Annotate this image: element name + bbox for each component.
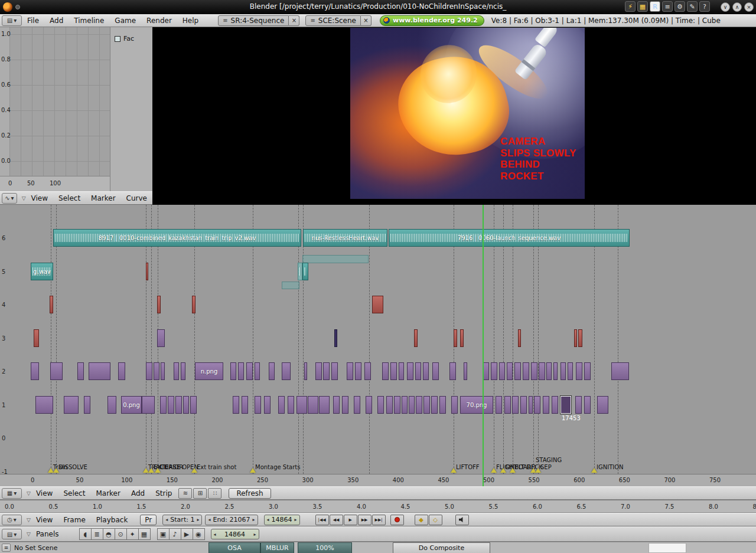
sequence-strip[interactable]	[561, 362, 566, 380]
sequence-strip[interactable]	[584, 362, 591, 380]
vse-menu-marker[interactable]: Marker	[90, 489, 125, 498]
ipo-menu-view[interactable]: View	[26, 194, 53, 202]
sequence-strip[interactable]	[308, 396, 318, 414]
increment-icon[interactable]: ▸	[197, 517, 199, 522]
sequence-strip[interactable]	[529, 396, 533, 414]
screen-close-button[interactable]: ×	[289, 15, 299, 26]
preview-range-button[interactable]: Pr	[140, 515, 157, 525]
sound-buttons-button[interactable]: ♪	[169, 528, 181, 540]
sequence-strip[interactable]	[118, 362, 125, 380]
channel-name[interactable]: Fac	[123, 35, 134, 42]
settings-icon[interactable]: ⚙	[674, 1, 685, 12]
sequence-strip[interactable]: n.png	[195, 362, 223, 380]
sequence-strip[interactable]	[534, 396, 540, 414]
decrement-icon[interactable]: ◂	[267, 517, 269, 522]
sequence-strip[interactable]	[523, 362, 529, 380]
sequence-strip[interactable]	[464, 362, 467, 380]
logic-context-button[interactable]: ◖	[79, 528, 92, 540]
sequence-strip[interactable]	[255, 396, 261, 414]
anim-buttons-button[interactable]: ▶	[181, 528, 193, 540]
menu-file[interactable]: File	[22, 17, 44, 25]
sequence-strip[interactable]	[399, 362, 404, 380]
jump-end-button[interactable]: ▶▶|	[372, 515, 386, 525]
sequence-strip[interactable]	[333, 396, 340, 414]
sequence-strip[interactable]	[576, 362, 582, 380]
screen-icon[interactable]: ▦	[637, 1, 648, 12]
sequencer-buttons-button[interactable]: ◉	[193, 528, 205, 540]
sequence-strip[interactable]	[578, 329, 582, 347]
sequence-strip[interactable]	[157, 329, 165, 347]
render-size-toggle[interactable]: 100%	[298, 542, 352, 553]
view-zoom-button[interactable]: ⊞	[193, 488, 207, 499]
sequence-strip[interactable]	[597, 396, 608, 414]
sequence-strip[interactable]	[415, 362, 421, 380]
jump-start-button[interactable]: |◀◀	[315, 515, 329, 525]
set-scene-select[interactable]: No Set Scene	[14, 544, 58, 552]
panel-field[interactable]	[649, 543, 686, 553]
sequence-strip[interactable]	[246, 362, 253, 380]
sequence-strip[interactable]	[449, 362, 456, 380]
end-frame-field[interactable]: ◂End: 21067▸	[205, 515, 258, 525]
sequence-strip[interactable]	[230, 362, 236, 380]
increment-icon[interactable]: ▸	[254, 532, 256, 537]
screen-selector[interactable]: ≡SR:4-Sequence	[218, 15, 289, 26]
sequence-strip[interactable]	[611, 362, 629, 380]
collapse-arrow-icon[interactable]: ▽	[27, 517, 31, 523]
sequence-strip[interactable]	[183, 396, 189, 414]
sequence-strip[interactable]	[146, 362, 152, 380]
play-button[interactable]: ▶	[344, 515, 357, 525]
marker-label[interactable]: LIFTOFF	[456, 464, 480, 470]
menu-icon[interactable]: ≡	[662, 1, 673, 12]
sequence-strip[interactable]	[319, 396, 330, 414]
sequence-strip[interactable]: nus-RestlessHeart.wav	[303, 229, 387, 247]
sequence-strip[interactable]	[394, 396, 400, 414]
sequence-strip[interactable]	[181, 362, 185, 380]
sequence-strip[interactable]	[539, 362, 545, 380]
current-frame-field[interactable]: ◂14864▸	[264, 515, 300, 525]
collapse-arrow-icon[interactable]: ▽	[27, 490, 31, 496]
sequence-strip[interactable]	[553, 362, 558, 380]
sequence-strip[interactable]	[264, 396, 271, 414]
start-frame-field[interactable]: ◂Start: 1▸	[162, 515, 202, 525]
menu-timeline[interactable]: Timeline	[69, 17, 109, 25]
sequence-strip[interactable]	[364, 362, 371, 380]
sequence-strip[interactable]	[160, 396, 167, 414]
sequence-strip[interactable]: 17453	[561, 396, 571, 414]
sequence-strip[interactable]	[304, 362, 307, 380]
sequence-strip[interactable]	[334, 329, 337, 347]
sequence-strip[interactable]	[331, 362, 338, 380]
sequence-strip[interactable]	[423, 362, 429, 380]
scene-close-button[interactable]: ×	[361, 15, 372, 26]
sequence-strip[interactable]	[242, 396, 248, 414]
sequence-strip[interactable]	[190, 396, 197, 414]
sequence-strip[interactable]	[255, 362, 260, 380]
marker-label[interactable]: STAGING	[536, 457, 562, 463]
blender-org-button[interactable]: www.blender.org 249.2	[380, 15, 484, 26]
render-buttons-button[interactable]: ▣	[157, 528, 170, 540]
marker-label[interactable]: Ext train shot	[197, 464, 236, 470]
sequence-strip[interactable]	[407, 362, 413, 380]
sequence-strip[interactable]	[77, 362, 84, 380]
edit-icon[interactable]: ✎	[687, 1, 698, 12]
vse-menu-add[interactable]: Add	[126, 489, 150, 498]
sequence-strip[interactable]	[423, 396, 430, 414]
sequence-strip[interactable]	[574, 329, 577, 347]
help-icon[interactable]: ?	[699, 1, 710, 12]
sequence-strip[interactable]	[409, 396, 415, 414]
channel-toggle[interactable]	[115, 36, 120, 42]
sequence-strip[interactable]	[546, 362, 552, 380]
sequence-strip[interactable]	[414, 329, 418, 347]
sequence-strip[interactable]	[552, 396, 558, 414]
refresh-button[interactable]: Refresh	[229, 488, 271, 499]
sequence-strip[interactable]	[496, 396, 502, 414]
window-type-selector[interactable]: ▤▾	[2, 15, 22, 26]
sequence-strip[interactable]	[390, 362, 397, 380]
sequence-strip[interactable]	[174, 362, 179, 380]
sequence-strip[interactable]	[64, 396, 79, 414]
sequence-strip[interactable]	[382, 362, 389, 380]
sequence-strip[interactable]	[354, 396, 360, 414]
sequence-strip[interactable]	[543, 396, 549, 414]
sequence-strip[interactable]	[84, 396, 90, 414]
sequence-strip[interactable]: 7916 | 0060-launch_sequence.wav	[389, 229, 630, 247]
sequence-strip[interactable]: 0.png	[121, 396, 142, 414]
